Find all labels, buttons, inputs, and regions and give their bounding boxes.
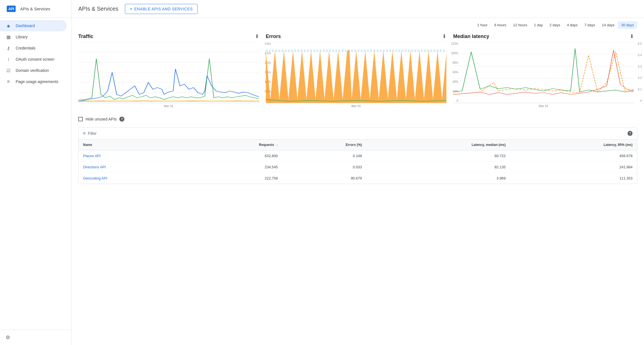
latency-chart-title: Median latency	[453, 34, 489, 39]
hide-unused-help-icon[interactable]: ?	[119, 117, 124, 122]
cell-requests: 234,545	[190, 162, 282, 173]
table-header: Name Requests ↓ Errors (%) Latency, medi…	[79, 140, 637, 150]
errors-download-icon[interactable]: ⬇	[442, 33, 446, 39]
cell-name[interactable]: Directions API	[79, 162, 190, 173]
enable-apis-button[interactable]: + ENABLE APIS AND SERVICES	[125, 4, 197, 14]
sidebar: API APIs & Services ◈ Dashboard ▦ Librar…	[0, 0, 72, 345]
time-btn-30-days[interactable]: 30 days	[618, 21, 637, 29]
latency-download-icon[interactable]: ⬇	[630, 33, 634, 39]
plus-icon: +	[130, 6, 132, 11]
sidebar-label-domain: Domain verification	[16, 68, 49, 73]
api-logo-box: API	[7, 6, 16, 12]
settings-icon: ⚙	[6, 334, 10, 341]
main-page-title: APIs & Services	[78, 6, 118, 12]
errors-chart-date: Mar 01	[266, 104, 447, 108]
errors-chart-container: Errors ⬇	[262, 33, 450, 108]
filter-label: Filter	[88, 131, 96, 136]
cell-requests: 222,758	[190, 173, 282, 184]
domain-icon: ☑	[6, 68, 11, 73]
sidebar-item-dashboard[interactable]: ◈ Dashboard	[0, 20, 67, 31]
col-latency-95: Latency, 95% (ms)	[510, 140, 637, 150]
cell-name[interactable]: Geocoding API	[79, 173, 190, 184]
sidebar-title: APIs & Services	[20, 6, 50, 11]
sidebar-nav: ◈ Dashboard ▦ Library ⚷ Credentials ⁞ OA…	[0, 18, 71, 330]
cell-errors: 0.033	[282, 162, 366, 173]
traffic-chart-container: Traffic ⬇	[78, 33, 262, 108]
time-btn-1-hour[interactable]: 1 hour	[474, 21, 491, 29]
table-help-icon[interactable]: ?	[628, 131, 633, 136]
sidebar-item-oauth[interactable]: ⁞ OAuth consent screen	[0, 54, 67, 65]
hide-unused-label: Hide unused APIs	[86, 117, 117, 121]
traffic-chart-date: Mar 01	[78, 104, 259, 108]
sidebar-label-oauth: OAuth consent screen	[16, 57, 55, 62]
sidebar-item-credentials[interactable]: ⚷ Credentials	[0, 42, 67, 54]
cell-latency-95: 111.353	[510, 173, 637, 184]
errors-chart-title: Errors	[266, 34, 281, 39]
sidebar-label-dashboard: Dashboard	[16, 23, 35, 28]
time-btn-14-days[interactable]: 14 days	[598, 21, 618, 29]
col-requests: Requests ↓	[190, 140, 282, 150]
cell-name[interactable]: Places API	[79, 150, 190, 162]
cell-latency-median: 82.135	[366, 162, 510, 173]
credentials-icon: ⚷	[6, 45, 11, 51]
cell-requests: 632,800	[190, 150, 282, 162]
page-usage-icon: ≡	[6, 79, 11, 84]
api-table: Name Requests ↓ Errors (%) Latency, medi…	[79, 140, 637, 184]
table-toolbar: ≡ Filter ?	[79, 127, 637, 140]
cell-errors: 90.679	[282, 173, 366, 184]
main-header: APIs & Services + ENABLE APIS AND SERVIC…	[72, 0, 644, 18]
col-latency-median: Latency, median (ms)	[366, 140, 510, 150]
time-btn-4-days[interactable]: 4 days	[564, 21, 581, 29]
sidebar-item-page-usage[interactable]: ≡ Page usage agreements	[0, 76, 67, 87]
sidebar-item-library[interactable]: ▦ Library	[0, 31, 67, 42]
filter-icon: ≡	[83, 131, 86, 136]
latency-chart: 0.50.40.30.20.10	[453, 42, 634, 103]
traffic-chart-title: Traffic	[78, 34, 93, 39]
table-body: Places API 632,800 0.148 60.722 456.678 …	[79, 150, 637, 184]
time-btn-7-days[interactable]: 7 days	[581, 21, 598, 29]
svg-marker-16	[266, 51, 447, 103]
sidebar-header: API APIs & Services	[0, 0, 71, 18]
time-btn-2-days[interactable]: 2 days	[546, 21, 564, 29]
cell-latency-95: 241.984	[510, 162, 637, 173]
filter-row[interactable]: ≡ Filter	[83, 131, 96, 136]
sidebar-label-credentials: Credentials	[16, 46, 35, 50]
library-icon: ▦	[6, 34, 11, 40]
table-row: Directions API 234,545 0.033 82.135 241.…	[79, 162, 637, 173]
dashboard-icon: ◈	[6, 23, 11, 29]
cell-latency-95: 456.678	[510, 150, 637, 162]
sidebar-item-domain[interactable]: ☑ Domain verification	[0, 65, 67, 76]
charts-section: Traffic ⬇	[72, 29, 644, 112]
sidebar-footer[interactable]: ⚙	[0, 330, 71, 345]
time-btn-6-hours[interactable]: 6 hours	[491, 21, 510, 29]
sidebar-label-page-usage: Page usage agreements	[16, 79, 58, 84]
time-range-bar: 1 hour6 hours12 hours1 day2 days4 days7 …	[72, 18, 644, 29]
main-content: APIs & Services + ENABLE APIS AND SERVIC…	[72, 0, 644, 345]
table-row: Geocoding API 222,758 90.679 3.969 111.3…	[79, 173, 637, 184]
time-btn-12-hours[interactable]: 12 hours	[510, 21, 531, 29]
cell-latency-median: 60.722	[366, 150, 510, 162]
col-errors: Errors (%)	[282, 140, 366, 150]
oauth-icon: ⁞	[6, 56, 11, 62]
traffic-download-icon[interactable]: ⬇	[255, 33, 259, 39]
time-btn-1-day[interactable]: 1 day	[531, 21, 546, 29]
errors-chart: 120%100%80%60%40%20%0	[266, 42, 447, 103]
latency-chart-container: Median latency ⬇	[450, 33, 637, 108]
traffic-chart: 3.0/s2.5/s2.0/s1.5/s1.0/s0.5/s0	[78, 42, 259, 103]
latency-chart-date: Mar 01	[453, 104, 634, 108]
cell-errors: 0.148	[282, 150, 366, 162]
hide-unused-row: Hide unused APIs ?	[78, 117, 637, 122]
bottom-section: Hide unused APIs ? ≡ Filter ? Name Reque…	[72, 112, 644, 188]
col-name: Name	[79, 140, 190, 150]
cell-latency-median: 3.969	[366, 173, 510, 184]
enable-apis-label: ENABLE APIS AND SERVICES	[134, 7, 193, 11]
table-row: Places API 632,800 0.148 60.722 456.678	[79, 150, 637, 162]
app-logo: API	[6, 3, 17, 15]
hide-unused-checkbox[interactable]	[78, 117, 83, 121]
api-table-container: ≡ Filter ? Name Requests ↓ Errors (%) La…	[78, 127, 637, 184]
sidebar-label-library: Library	[16, 35, 28, 39]
